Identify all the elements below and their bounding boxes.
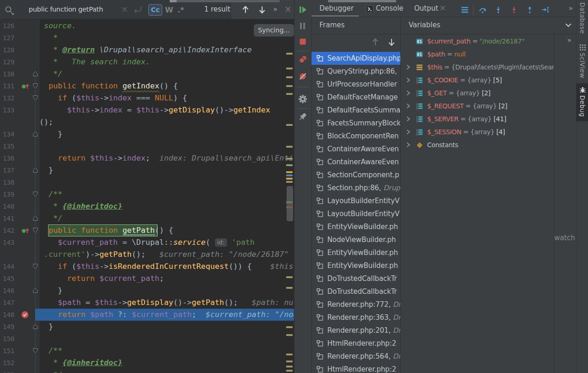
- variable-row[interactable]: 01$path = null: [400, 48, 554, 61]
- code-line[interactable]: .current')->getPath(); $current_path: "/…: [0, 249, 294, 261]
- frame-row[interactable]: DefaultFacetsSumma: [312, 104, 400, 117]
- scrollbar-thumb[interactable]: [287, 186, 293, 221]
- code-line[interactable]: 135: [0, 140, 294, 152]
- line-number[interactable]: 144: [3, 261, 23, 273]
- code-line[interactable]: 129 * The search index.: [0, 56, 294, 68]
- stop-button[interactable]: [298, 37, 307, 46]
- code-line[interactable]: 138: [0, 176, 294, 188]
- code-line[interactable]: 144 if ($this->isRenderedInCurrentReques…: [0, 261, 294, 273]
- variable-row[interactable]: 123$_SERVER = {array} [41]: [400, 112, 554, 125]
- code-line[interactable]: 132 if ($this->index === NULL) {: [0, 92, 294, 104]
- code-line[interactable]: 153 */: [0, 369, 294, 373]
- next-frame-button[interactable]: [388, 38, 395, 46]
- code-line[interactable]: 152 * {@inheritdoc}: [0, 357, 294, 369]
- line-number[interactable]: 134: [3, 128, 23, 140]
- search-more-icon[interactable]: »: [273, 0, 277, 19]
- force-step-into-button[interactable]: [510, 6, 518, 13]
- frame-row[interactable]: ContainerAwareEven: [312, 155, 400, 168]
- code-line[interactable]: 143 $current_path = \Drupal::service( id…: [0, 236, 294, 249]
- watches-more-icon[interactable]: »: [567, 34, 571, 47]
- code-line[interactable]: 134 }: [0, 128, 294, 140]
- toggle-words[interactable]: W: [165, 4, 173, 16]
- line-number[interactable]: 137: [3, 164, 23, 176]
- code-line[interactable]: 136 return $this->index; index: Drupal\s…: [0, 152, 294, 164]
- code-line[interactable]: 149 }: [0, 321, 294, 333]
- tab-debugger[interactable]: Debugger: [319, 0, 354, 17]
- line-number[interactable]: 152: [3, 357, 23, 369]
- tab-console[interactable]: Console: [376, 0, 404, 17]
- line-number[interactable]: 147: [3, 297, 23, 309]
- line-number[interactable]: 139: [3, 188, 23, 200]
- code-line[interactable]: 131 public function getIndex() {: [0, 80, 294, 92]
- code-line[interactable]: 130 */: [0, 68, 294, 80]
- pause-button[interactable]: [298, 21, 307, 31]
- tab-output[interactable]: Output: [414, 0, 438, 17]
- collapse-panel-icon[interactable]: [565, 23, 572, 28]
- code-editor[interactable]: 126 source.127 *128 * @return \Drupal\se…: [0, 19, 294, 373]
- frame-row[interactable]: QueryString.php:86,: [312, 65, 400, 78]
- frame-row[interactable]: NodeViewBuilder.ph: [312, 233, 400, 246]
- line-number[interactable]: 153: [3, 369, 23, 373]
- line-number[interactable]: 142: [3, 224, 23, 236]
- stripe-tab-sciview[interactable]: SciView: [579, 53, 586, 78]
- mute-breakpoints-button[interactable]: [298, 72, 307, 81]
- variable-row[interactable]: $this = {Drupal\facets\Plugin\facets\Sea…: [400, 61, 554, 74]
- more-actions-icon[interactable]: »: [569, 0, 573, 17]
- step-into-button[interactable]: [495, 6, 502, 13]
- line-number[interactable]: 127: [3, 32, 23, 44]
- code-line[interactable]: 147 $path = $this->getDisplay()->getPath…: [0, 297, 294, 309]
- stripe-tab-database[interactable]: Database: [579, 2, 586, 34]
- frame-row[interactable]: EntityViewBuilder.ph: [312, 259, 400, 272]
- code-line[interactable]: 150: [0, 333, 294, 345]
- step-out-button[interactable]: [526, 6, 533, 13]
- frame-row[interactable]: EntityViewBuilder.ph: [312, 246, 400, 259]
- line-number[interactable]: 126: [3, 20, 23, 32]
- line-number[interactable]: 132: [3, 92, 23, 104]
- variable-row[interactable]: cConstants: [400, 138, 554, 151]
- frame-row[interactable]: HtmlRenderer.php:2: [312, 337, 400, 350]
- line-number[interactable]: 149: [3, 321, 23, 333]
- toggle-regex[interactable]: .*: [178, 4, 184, 16]
- code-line[interactable]: 137 }: [0, 164, 294, 176]
- frame-row[interactable]: LayoutBuilderEntityV: [312, 207, 400, 220]
- frame-row[interactable]: SearchApiDisplay.php: [312, 52, 400, 65]
- line-number[interactable]: 141: [3, 212, 23, 224]
- close-search-icon[interactable]: ×: [284, 4, 292, 14]
- variable-row[interactable]: 123$_SESSION = {array} [4]: [400, 125, 554, 138]
- search-query-text[interactable]: public function getPath: [29, 0, 103, 19]
- run-to-cursor-button[interactable]: [542, 6, 549, 13]
- line-number[interactable]: 133: [3, 104, 23, 116]
- line-number[interactable]: 128: [3, 44, 23, 56]
- frame-row[interactable]: Renderer.php:564, Dr: [312, 350, 400, 363]
- previous-frame-button[interactable]: [372, 38, 379, 46]
- line-number[interactable]: 135: [3, 140, 23, 152]
- line-number[interactable]: 138: [3, 176, 23, 188]
- pin-button[interactable]: [298, 112, 307, 121]
- line-number[interactable]: 148: [3, 309, 23, 321]
- code-line[interactable]: 139 /**: [0, 188, 294, 200]
- line-number[interactable]: 136: [3, 152, 23, 164]
- code-line[interactable]: 141 */: [0, 212, 294, 224]
- frame-row[interactable]: SectionComponent.p: [312, 168, 400, 181]
- code-line[interactable]: 127 *: [0, 32, 294, 44]
- frame-row[interactable]: LayoutBuilderEntityV: [312, 194, 400, 207]
- variable-row[interactable]: 123$_REQUEST = {array} [2]: [400, 99, 554, 112]
- code-line[interactable]: 151 /**: [0, 345, 294, 357]
- frame-row[interactable]: Renderer.php:201, Dr: [312, 324, 400, 337]
- frame-row[interactable]: BlockComponentRen: [312, 130, 400, 143]
- layout-settings-button[interactable]: [461, 6, 469, 13]
- frame-row[interactable]: EntityViewBuilder.ph: [312, 220, 400, 233]
- code-line[interactable]: 146 }: [0, 285, 294, 297]
- line-number[interactable]: 150: [3, 333, 23, 345]
- frame-row[interactable]: HtmlRenderer.php:2: [312, 363, 400, 373]
- frame-row[interactable]: Section.php:86, Drupa: [312, 181, 400, 194]
- close-output-icon[interactable]: ×: [439, 0, 446, 17]
- code-line[interactable]: 148 return $path ?: $current_path; $curr…: [0, 309, 294, 321]
- frame-row[interactable]: Renderer.php:363, Dr: [312, 311, 400, 324]
- frame-row[interactable]: UrlProcessorHandler: [312, 78, 400, 91]
- frame-row[interactable]: DefaultFacetManage: [312, 91, 400, 104]
- variable-row[interactable]: 123$_GET = {array} [2]: [400, 87, 554, 99]
- line-number[interactable]: 145: [3, 273, 23, 285]
- next-occurrence-button[interactable]: [258, 6, 266, 14]
- line-number[interactable]: 151: [3, 345, 23, 357]
